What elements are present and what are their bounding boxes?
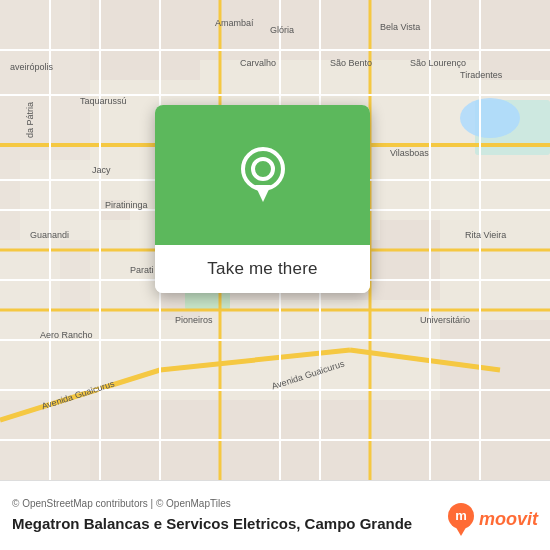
take-me-there-button[interactable]: Take me there: [155, 245, 370, 293]
svg-marker-49: [454, 524, 468, 536]
street-label: Glória: [270, 25, 294, 35]
map-container: AmambaíGlóriaBela VistaCarvalhoSão Bento…: [0, 0, 550, 480]
svg-rect-14: [20, 160, 100, 240]
street-label: Aero Rancho: [40, 330, 93, 340]
street-label: aveirópolis: [10, 62, 53, 72]
street-label: São Lourenço: [410, 58, 466, 68]
svg-point-45: [243, 149, 283, 189]
moovit-logo: m moovit: [447, 502, 538, 536]
street-label: Jacy: [92, 165, 111, 175]
street-label: da Pátria: [25, 102, 35, 138]
street-label: Parati: [130, 265, 154, 275]
street-label: São Bento: [330, 58, 372, 68]
street-label: Pioneiros: [175, 315, 213, 325]
street-label: Carvalho: [240, 58, 276, 68]
location-card: Take me there: [155, 105, 370, 293]
street-label: Universitário: [420, 315, 470, 325]
moovit-text-label: moovit: [479, 509, 538, 530]
svg-rect-6: [200, 300, 320, 400]
street-label: Guanandi: [30, 230, 69, 240]
street-label: Taquarussú: [80, 96, 127, 106]
moovit-pin-icon: m: [447, 502, 475, 536]
street-label: Bela Vista: [380, 22, 420, 32]
street-label: Tiradentes: [460, 70, 502, 80]
svg-point-46: [253, 159, 273, 179]
svg-marker-47: [255, 185, 271, 202]
street-label: Rita Vieira: [465, 230, 506, 240]
street-label: Piratininga: [105, 200, 148, 210]
card-map-preview: [155, 105, 370, 245]
svg-point-21: [460, 98, 520, 138]
street-label: Vilasboas: [390, 148, 429, 158]
street-label: Amambaí: [215, 18, 254, 28]
location-pin-icon: [241, 147, 285, 203]
bottom-bar: © OpenStreetMap contributors | © OpenMap…: [0, 480, 550, 550]
svg-text:m: m: [455, 508, 467, 523]
